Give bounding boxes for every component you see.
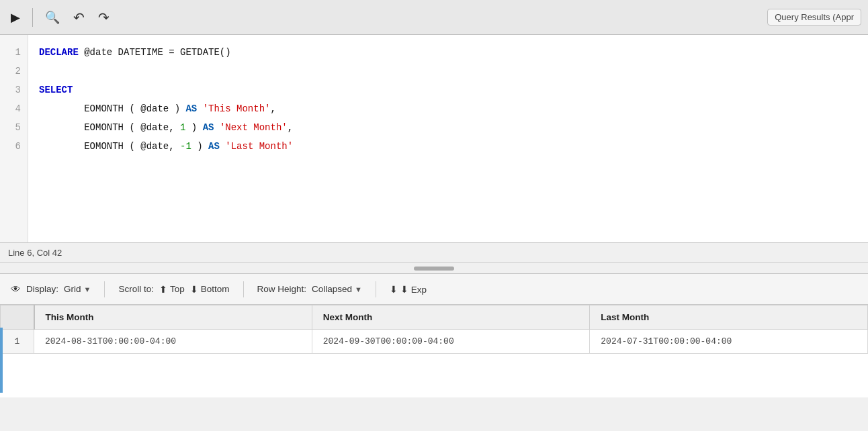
scroll-handle[interactable] xyxy=(414,267,454,271)
table-row: 1 2024-08-31T00:00:00-04:00 2024-09-30T0… xyxy=(1,330,868,354)
display-dropdown-icon: ▼ xyxy=(84,285,91,293)
display-label: Display: xyxy=(26,284,58,294)
sep-3 xyxy=(376,281,376,297)
col-header-last-month: Last Month xyxy=(590,305,868,330)
line-numbers: 1 2 3 4 5 6 xyxy=(0,35,28,242)
col-header-next-month: Next Month xyxy=(312,305,590,330)
toolbar-divider-1 xyxy=(32,8,33,27)
line-num-6: 6 xyxy=(0,137,28,156)
scroll-hint-bar xyxy=(0,263,868,274)
row-height-group: Row Height: Collapsed ▼ xyxy=(257,284,362,294)
top-icon: ⬆ xyxy=(159,284,167,295)
export-label: ⬇ Exp xyxy=(400,284,427,295)
display-group: 👁 Display: Grid ▼ xyxy=(11,283,91,295)
query-results-label: Query Results (Appr xyxy=(767,9,861,26)
undo-button[interactable]: ↶ xyxy=(69,7,89,28)
export-button[interactable]: ⬇ ⬇ Exp xyxy=(390,284,427,295)
row-height-label: Row Height: xyxy=(257,284,307,294)
scroll-group: Scroll to: ⬆ Top ⬇ Bottom xyxy=(118,284,229,295)
cell-next-month: 2024-09-30T00:00:00-04:00 xyxy=(312,330,590,354)
display-dropdown[interactable]: Grid ▼ xyxy=(64,284,91,294)
line-num-4: 4 xyxy=(0,99,28,118)
bottom-label: Bottom xyxy=(201,284,230,294)
line-num-3: 3 xyxy=(0,81,28,99)
line-num-2: 2 xyxy=(0,62,28,81)
cell-this-month: 2024-08-31T00:00:00-04:00 xyxy=(34,330,312,354)
export-group: ⬇ ⬇ Exp xyxy=(390,284,427,295)
redo-button[interactable]: ↷ xyxy=(94,7,114,28)
sep-1 xyxy=(104,281,105,297)
line-num-1: 1 xyxy=(0,43,28,62)
row-num-cell: 1 xyxy=(1,330,34,354)
display-value: Grid xyxy=(64,284,81,294)
col-header-rownum xyxy=(1,305,34,330)
left-accent-bar xyxy=(0,328,3,393)
export-icon: ⬇ xyxy=(390,284,398,295)
cell-last-month: 2024-07-31T00:00:00-04:00 xyxy=(590,330,868,354)
sep-2 xyxy=(243,281,244,297)
bottom-icon: ⬇ xyxy=(190,284,198,295)
code-content[interactable]: DECLARE @date DATETIME = GETDATE() SELEC… xyxy=(28,35,868,242)
main-toolbar: ▶ 🔍 ↶ ↷ Query Results (Appr xyxy=(0,0,868,35)
results-section: 👁 Display: Grid ▼ Scroll to: ⬆ Top ⬇ Bot… xyxy=(0,274,868,397)
table-header-row: This Month Next Month Last Month xyxy=(1,305,868,330)
row-height-dropdown-icon: ▼ xyxy=(355,285,362,293)
status-bar: Line 6, Col 42 xyxy=(0,243,868,263)
row-height-value: Collapsed xyxy=(312,284,352,294)
col-header-this-month: This Month xyxy=(34,305,312,330)
scroll-top-button[interactable]: ⬆ Top xyxy=(159,284,185,295)
results-table: This Month Next Month Last Month 1 2024-… xyxy=(0,305,868,354)
top-label: Top xyxy=(170,284,185,294)
row-height-dropdown[interactable]: Collapsed ▼ xyxy=(312,284,362,294)
results-toolbar: 👁 Display: Grid ▼ Scroll to: ⬆ Top ⬇ Bot… xyxy=(0,274,868,305)
cursor-position: Line 6, Col 42 xyxy=(8,248,62,258)
scroll-to-label: Scroll to: xyxy=(118,284,154,294)
search-button[interactable]: 🔍 xyxy=(41,7,64,28)
code-editor: 1 2 3 4 5 6 DECLARE @date DATETIME = GET… xyxy=(0,35,868,243)
eye-icon: 👁 xyxy=(11,283,21,295)
run-button[interactable]: ▶ xyxy=(7,7,24,28)
results-table-wrap: This Month Next Month Last Month 1 2024-… xyxy=(0,305,868,397)
line-num-5: 5 xyxy=(0,118,28,137)
scroll-bottom-button[interactable]: ⬇ Bottom xyxy=(190,284,230,295)
